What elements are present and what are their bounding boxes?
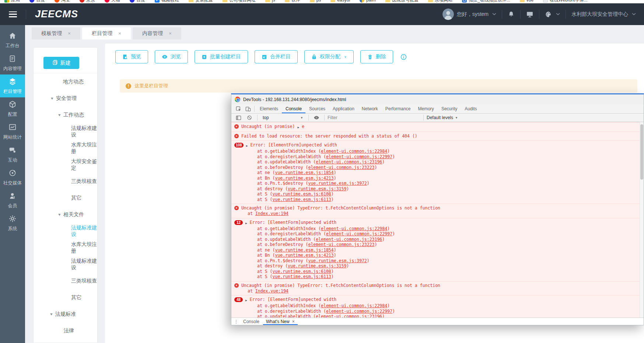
caret-down-icon[interactable]: ▼ [57, 113, 62, 117]
sidebar-item-home[interactable]: 工作台 [0, 29, 25, 52]
source-link[interactable]: element-ui.common.js:22984 [321, 226, 387, 231]
tree-node[interactable]: 其它 [34, 190, 97, 206]
devtools-tab-network[interactable]: Network [358, 104, 382, 113]
bookmark-item[interactable]: js [265, 0, 275, 3]
source-link[interactable]: vue.runtime.esm.js:4213 [275, 176, 333, 181]
monitor-icon[interactable] [526, 11, 533, 18]
devtools-tab-elements[interactable]: Elements [256, 104, 282, 113]
source-link[interactable]: vue.runtime.esm.js:3159 [288, 186, 346, 191]
caret-down-icon[interactable]: ▼ [50, 97, 54, 100]
console-sidebar-icon[interactable] [234, 113, 243, 122]
close-icon[interactable]: × [68, 31, 71, 36]
devtools-tab-performance[interactable]: Performance [382, 104, 414, 113]
bookmark-item[interactable]: 百度 [29, 0, 45, 3]
devtools-tab-application[interactable]: Application [329, 104, 358, 113]
device-toolbar-icon[interactable] [243, 104, 253, 113]
tree-node[interactable]: ▼法规标准 [34, 306, 97, 322]
drawer-tab[interactable]: What's New× [263, 318, 298, 325]
source-link[interactable]: element-ui.common.js:22997 [326, 309, 392, 314]
bookmark-item[interactable]: 拖扯_在线拖扯软件... [462, 0, 510, 3]
sidebar-item-social[interactable]: 社交媒体 [0, 166, 25, 189]
tree-node[interactable]: 三类坝核查 [34, 173, 97, 190]
page-tab[interactable]: 栏目管理× [82, 27, 131, 39]
console-scrollbar[interactable] [640, 122, 644, 318]
source-link[interactable]: Index.vue:194 [255, 211, 288, 216]
bookmark-item[interactable]: 安装配置 [189, 0, 213, 3]
tree-node[interactable]: 法规标准建设 [34, 123, 97, 140]
toolbar-button-trash[interactable]: 删除 [360, 50, 393, 63]
source-link[interactable]: vue.runtime.esm.js:1854 [275, 170, 333, 175]
source-link[interactable]: element-ui.common.js:23196 [316, 314, 382, 318]
devtools-titlebar[interactable]: DevTools - 192.168.131.244:8080/jeecms/i… [231, 94, 644, 104]
tree-node[interactable]: 其它 [34, 289, 97, 306]
new-category-button[interactable]: 新建 [43, 57, 79, 69]
live-expression-eye-icon[interactable] [312, 113, 321, 122]
bookmark-item[interactable]: 京东 [80, 0, 95, 3]
source-link[interactable]: vue.runtime.esm.js:3972 [308, 181, 367, 186]
source-link[interactable]: vue.runtime.esm.js:6113 [273, 274, 331, 279]
source-link[interactable]: element-ui.common.js:22997 [326, 154, 392, 159]
execution-context-select[interactable]: top ▼ [260, 115, 305, 120]
close-icon[interactable]: × [118, 31, 121, 36]
source-link[interactable]: vue.runtime.esm.js:3972 [308, 258, 367, 263]
source-link[interactable]: Index.vue:194 [255, 288, 288, 294]
menu-toggle-icon[interactable] [9, 11, 17, 17]
sidebar-item-columns[interactable]: 栏目管理 [0, 75, 25, 97]
expand-caret-icon[interactable]: ▶ [246, 143, 248, 149]
source-link[interactable]: element-ui.common.js:22984 [321, 149, 387, 154]
bookmark-item[interactable]: 天猫 [105, 0, 120, 3]
tree-node[interactable]: ▼相关文件 [34, 206, 97, 223]
expand-caret-icon[interactable]: ▶ [297, 125, 299, 130]
bookmark-item[interactable]: 应用 [4, 0, 20, 3]
sidebar-item-stats[interactable]: 网站统计 [0, 120, 25, 143]
bookmark-item[interactable]: 在线Webfont字体... [543, 0, 587, 3]
caret-down-icon[interactable]: ▼ [57, 213, 62, 216]
console-filter-input[interactable] [328, 115, 420, 120]
toolbar-button-preview[interactable]: 预览 [115, 50, 148, 63]
tree-node[interactable]: 行政法规 [34, 339, 97, 343]
inspect-icon[interactable] [234, 104, 243, 113]
expand-caret-icon[interactable]: ▶ [245, 298, 247, 303]
bookmark-item[interactable]: ps [310, 0, 321, 3]
bookmark-item[interactable]: palm [360, 0, 376, 3]
tree-node[interactable]: ▼安全管理 [34, 90, 97, 107]
sidebar-item-content[interactable]: 内容管理 [0, 52, 25, 75]
site-switcher[interactable]: 水利部大坝安全管理中心 [571, 11, 636, 18]
bell-icon[interactable] [508, 11, 515, 18]
bookmark-item[interactable]: 软件 [285, 0, 300, 3]
tree-node[interactable]: 大坝安全鉴定 [34, 156, 97, 173]
sidebar-item-member[interactable]: 会员 [0, 189, 25, 212]
source-link[interactable]: vue.runtime.esm.js:1854 [275, 247, 333, 253]
devtools-tab-sources[interactable]: Sources [305, 104, 329, 113]
source-link[interactable]: element-ui.common.js:23196 [316, 159, 382, 164]
page-tab[interactable]: 内容管理× [133, 27, 181, 39]
toolbar-button-lock[interactable]: 权限分配∨ [304, 50, 354, 63]
more-options-icon[interactable]: ⋮ [233, 319, 239, 324]
tree-node[interactable]: 水库大坝注册 [34, 239, 97, 256]
source-link[interactable]: vue.runtime.esm.js:6108 [273, 191, 331, 197]
expand-caret-icon[interactable]: ▶ [245, 221, 247, 226]
source-link[interactable]: element-ui.common.js:22997 [326, 231, 392, 236]
tree-node[interactable]: 法规标准建设 [34, 256, 97, 273]
devtools-tab-console[interactable]: Console [282, 104, 305, 113]
toolbar-button-batch[interactable]: 批量创建栏目 [195, 50, 248, 63]
scrollbar-thumb[interactable] [640, 124, 643, 180]
tree-node[interactable]: ▼工作动态 [34, 107, 97, 123]
devtools-tab-audits[interactable]: Audits [461, 104, 480, 113]
devtools-tab-memory[interactable]: Memory [414, 104, 438, 113]
theme-menu[interactable] [545, 11, 560, 18]
sidebar-item-system[interactable]: 系统 [0, 212, 25, 235]
tree-node[interactable]: 水库大坝注册 [34, 140, 97, 156]
bookmark-item[interactable]: 淘宝 [55, 0, 70, 3]
source-link[interactable]: vue.runtime.esm.js:3159 [288, 263, 346, 268]
close-icon[interactable]: × [292, 319, 295, 324]
tree-node[interactable]: 三类坝核查 [34, 273, 97, 289]
devtools-tab-security[interactable]: Security [438, 104, 461, 113]
clear-console-icon[interactable] [245, 113, 254, 122]
bookmark-item[interactable]: easyui [330, 0, 350, 3]
source-link[interactable]: element-ui.common.js:23196 [316, 237, 382, 242]
source-link[interactable]: element-ui.common.js:23223 [308, 242, 374, 247]
error-object[interactable]: e [302, 124, 304, 129]
sidebar-item-config[interactable]: 配置 [0, 97, 25, 120]
bookmark-item[interactable]: 百度 [130, 0, 145, 3]
